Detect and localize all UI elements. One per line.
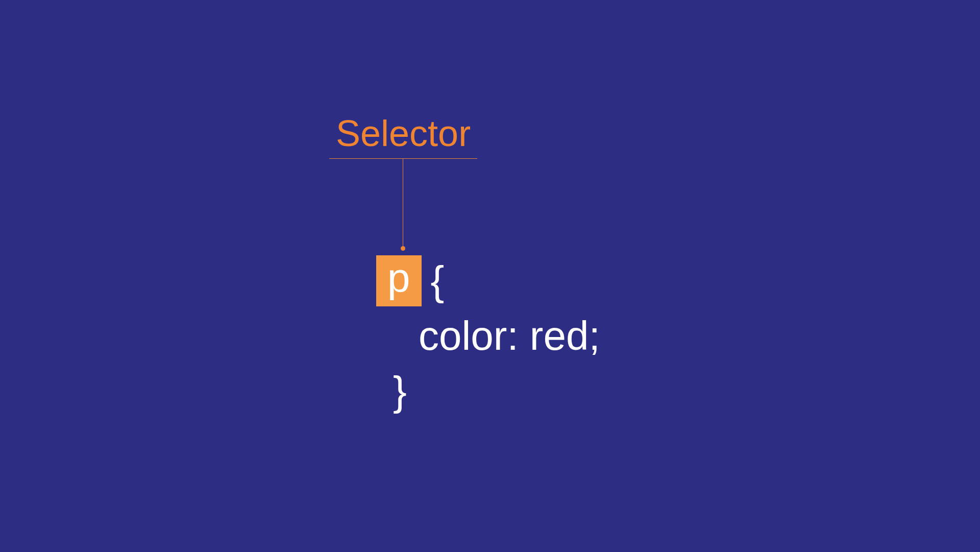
connector-dot	[401, 246, 405, 251]
code-line-selector: p {	[376, 255, 444, 306]
selector-highlight: p	[376, 255, 422, 306]
label-underline	[329, 158, 477, 159]
brace-open: {	[431, 257, 445, 304]
selector-label: Selector	[336, 112, 471, 154]
code-line-brace-close: }	[393, 368, 407, 415]
connector-line	[403, 158, 403, 248]
code-line-declaration: color: red;	[419, 313, 600, 359]
